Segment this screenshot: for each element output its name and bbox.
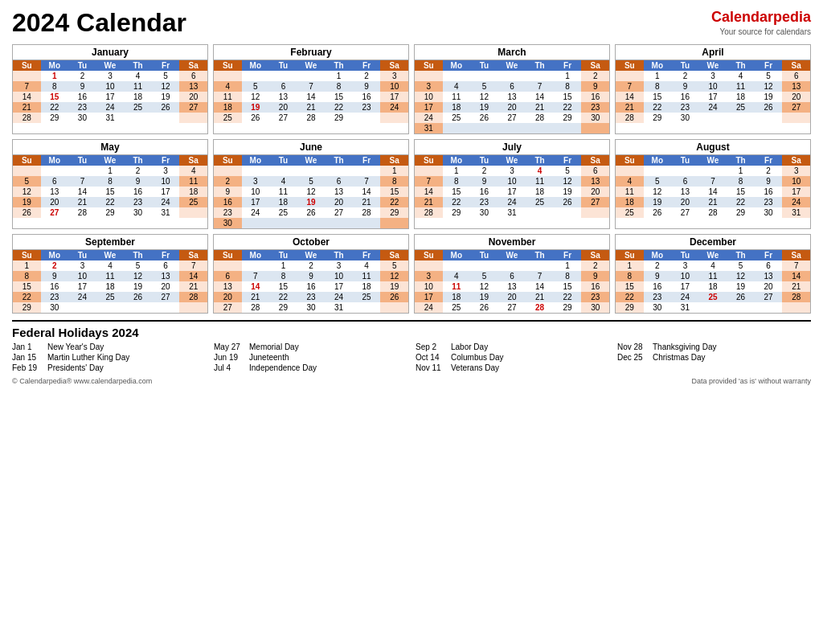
day-header-fr: Fr xyxy=(755,250,783,260)
month-block-september: SeptemberSuMoTuWeThFrSa12345678910111213… xyxy=(12,234,208,314)
day-cell xyxy=(269,218,297,228)
day-cell: 21 xyxy=(782,281,810,292)
day-cell: 11 xyxy=(96,271,125,281)
day-cell: 9 xyxy=(353,81,381,92)
day-cell xyxy=(13,166,41,176)
day-cell: 30 xyxy=(214,218,242,228)
day-cell: 5 xyxy=(152,71,180,81)
day-cell: 30 xyxy=(581,113,609,123)
day-cell: 6 xyxy=(581,166,609,176)
day-cell xyxy=(644,166,672,176)
day-cell: 27 xyxy=(671,207,699,218)
day-cell: 25 xyxy=(616,207,644,218)
holiday-name: Juneteenth xyxy=(249,353,289,362)
month-block-june: JuneSuMoTuWeThFrSa1234567891011121314151… xyxy=(213,139,409,229)
day-cell: 11 xyxy=(443,281,471,292)
day-header-sa: Sa xyxy=(581,60,609,71)
day-cell xyxy=(179,113,207,123)
day-cell: 17 xyxy=(415,292,443,302)
day-cell: 15 xyxy=(554,92,582,102)
day-header-su: Su xyxy=(214,60,242,71)
day-cell xyxy=(699,166,727,176)
holiday-item: Jun 19Juneteenth xyxy=(214,353,407,362)
holiday-item: Nov 28Thanksgiving Day xyxy=(617,343,811,351)
day-cell: 15 xyxy=(13,281,41,292)
holiday-item: Jan 1New Year's Day xyxy=(12,343,206,351)
day-cell xyxy=(297,218,326,228)
day-cell xyxy=(242,166,270,176)
day-cell: 29 xyxy=(616,302,644,313)
brand-name-red: pedia xyxy=(773,9,811,25)
day-cell: 20 xyxy=(325,197,353,207)
day-cell xyxy=(353,218,381,228)
day-cell: 21 xyxy=(616,102,644,113)
day-cell: 17 xyxy=(152,187,180,197)
day-cell xyxy=(242,218,270,228)
holiday-name: Veterans Day xyxy=(451,363,499,372)
day-cell: 28 xyxy=(616,113,644,123)
day-cell: 10 xyxy=(415,281,443,292)
day-cell xyxy=(755,113,783,123)
day-cell: 13 xyxy=(498,281,526,292)
day-cell: 30 xyxy=(68,113,96,123)
month-block-february: FebruarySuMoTuWeThFrSa123456789101112131… xyxy=(213,44,409,134)
day-cell: 8 xyxy=(727,176,755,187)
day-header-tu: Tu xyxy=(269,155,297,166)
day-cell: 4 xyxy=(443,271,471,281)
day-cell: 21 xyxy=(68,197,96,207)
day-cell xyxy=(380,113,408,123)
day-cell xyxy=(526,123,554,133)
day-cell: 12 xyxy=(470,281,498,292)
day-cell: 20 xyxy=(755,281,783,292)
day-cell: 14 xyxy=(297,92,326,102)
day-header-fr: Fr xyxy=(353,250,381,260)
holiday-name: Thanksgiving Day xyxy=(653,343,716,351)
day-header-mo: Mo xyxy=(644,60,672,71)
day-cell: 23 xyxy=(644,292,672,302)
day-header-fr: Fr xyxy=(152,60,180,71)
day-cell: 20 xyxy=(214,292,242,302)
holiday-name: Christmas Day xyxy=(653,353,706,362)
month-block-august: AugustSuMoTuWeThFrSa12345678910111213141… xyxy=(615,139,811,229)
day-cell: 22 xyxy=(96,197,125,207)
day-header-th: Th xyxy=(325,155,353,166)
holiday-name: Independence Day xyxy=(249,363,317,372)
day-cell: 10 xyxy=(96,81,125,92)
day-cell: 22 xyxy=(554,102,582,113)
day-cell: 3 xyxy=(152,166,180,176)
day-cell: 17 xyxy=(699,92,727,102)
day-cell: 28 xyxy=(13,113,41,123)
holiday-item: Oct 14Columbus Day xyxy=(416,353,609,362)
day-cell: 15 xyxy=(96,187,125,197)
day-cell: 11 xyxy=(699,271,727,281)
day-header-th: Th xyxy=(325,60,353,71)
day-cell: 17 xyxy=(96,92,125,102)
day-header-mo: Mo xyxy=(41,155,69,166)
day-cell: 31 xyxy=(671,302,699,313)
day-cell: 13 xyxy=(179,81,207,92)
day-cell: 20 xyxy=(179,92,207,102)
day-cell: 15 xyxy=(443,187,471,197)
day-cell: 1 xyxy=(41,71,69,81)
day-cell: 13 xyxy=(671,187,699,197)
day-cell: 4 xyxy=(353,260,381,271)
day-cell: 20 xyxy=(269,102,297,113)
day-cell: 19 xyxy=(152,92,180,102)
day-cell xyxy=(152,302,180,313)
day-cell: 9 xyxy=(755,176,783,187)
day-cell xyxy=(415,166,443,176)
day-cell: 16 xyxy=(214,197,242,207)
holiday-date: Nov 11 xyxy=(416,363,446,372)
day-cell: 8 xyxy=(644,81,672,92)
day-header-sa: Sa xyxy=(380,60,408,71)
day-cell: 7 xyxy=(68,176,96,187)
day-cell: 20 xyxy=(498,102,526,113)
day-cell xyxy=(380,218,408,228)
day-cell: 20 xyxy=(782,92,810,102)
page-title: 2024 Calendar xyxy=(12,8,186,38)
day-cell: 27 xyxy=(214,302,242,313)
day-header-th: Th xyxy=(124,250,152,260)
holiday-item: Feb 19Presidents' Day xyxy=(12,363,206,372)
day-cell: 12 xyxy=(242,92,270,102)
month-title-december: December xyxy=(616,235,810,250)
